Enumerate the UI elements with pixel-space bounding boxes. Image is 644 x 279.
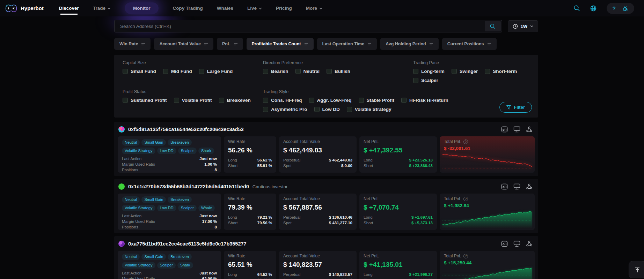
timeframe-select[interactable]: 1W (508, 20, 539, 32)
nav-item[interactable]: Trade (93, 6, 111, 11)
nav-item[interactable]: Pricing (276, 6, 292, 11)
trait-tag[interactable]: Scalper (157, 262, 176, 269)
bug-report-icon[interactable] (622, 5, 628, 12)
address-search[interactable] (114, 20, 502, 32)
checkbox[interactable] (123, 98, 128, 103)
share-network-icon[interactable] (526, 126, 533, 133)
share-network-icon[interactable] (526, 183, 533, 190)
filter-checkbox[interactable]: Neutral (295, 69, 320, 74)
trait-tag[interactable]: Scalper (178, 148, 197, 154)
filter-checkbox[interactable]: Stable Profit (359, 98, 395, 103)
monitor-screen-icon[interactable] (513, 241, 520, 247)
search-input[interactable] (119, 23, 485, 29)
filter-checkbox[interactable]: Asymmetric Pro (263, 107, 307, 112)
checkbox[interactable] (327, 69, 332, 74)
checkbox[interactable] (174, 98, 179, 103)
sort-tab[interactable]: Current Positions (442, 38, 497, 50)
filter-checkbox[interactable]: Short-term (485, 69, 517, 74)
stats-chart-icon[interactable] (501, 183, 508, 190)
checkbox[interactable] (263, 98, 268, 103)
nav-item[interactable]: Live (247, 6, 262, 11)
language-globe-icon[interactable] (590, 5, 597, 12)
help-icon[interactable]: ? (613, 6, 616, 11)
sort-tab[interactable]: Win Rate (114, 38, 151, 50)
checkbox[interactable] (263, 69, 268, 74)
brand[interactable]: Hyperbot (5, 4, 44, 13)
trait-tag[interactable]: Breakeven (168, 139, 192, 146)
nav-item[interactable]: Monitor (125, 2, 159, 14)
filter-checkbox[interactable]: Volatile Profit (174, 98, 212, 103)
trait-tag[interactable]: Volatile Strategy (122, 205, 155, 211)
trader-address[interactable]: 0x1c1c270b573d55b68b3d14722b5d5d401511be… (128, 184, 249, 189)
info-tooltip-icon[interactable]: ? (463, 197, 468, 201)
trait-tag[interactable]: Neutral (122, 254, 140, 260)
checkbox[interactable] (199, 69, 204, 74)
nav-item[interactable]: Copy Trading (173, 6, 203, 11)
checkbox[interactable] (309, 98, 314, 103)
checkbox[interactable] (263, 107, 268, 112)
nav-item[interactable]: Whales (217, 6, 233, 11)
trait-tag[interactable]: Small Gain (141, 139, 166, 146)
search-icon[interactable] (573, 5, 580, 12)
nav-item[interactable]: Discover (59, 6, 79, 11)
sort-tab[interactable]: PnL (217, 38, 243, 50)
sort-tab[interactable]: Avg Holding Period (380, 38, 439, 50)
trait-tag[interactable]: Small Gain (141, 196, 166, 203)
scroll-to-top-button[interactable] (629, 261, 644, 278)
filter-checkbox[interactable]: Breakeven (219, 98, 251, 103)
trait-tag[interactable]: Neutral (122, 139, 140, 146)
stats-chart-icon[interactable] (501, 241, 508, 247)
filter-checkbox[interactable]: Cons. Hi-Freq (263, 98, 302, 103)
search-submit-button[interactable] (485, 21, 501, 31)
filter-checkbox[interactable]: Scalper (413, 78, 438, 83)
share-network-icon[interactable] (526, 241, 533, 247)
checkbox[interactable] (295, 69, 301, 74)
trait-tag[interactable]: Breakeven (168, 254, 192, 260)
trait-tag[interactable]: Breakeven (168, 196, 192, 203)
monitor-screen-icon[interactable] (513, 183, 520, 190)
trait-tag[interactable]: Volatile Strategy (122, 262, 155, 269)
info-tooltip-icon[interactable]: ? (463, 140, 468, 144)
nav-item[interactable]: More (306, 6, 322, 11)
trait-tag[interactable]: Whale (198, 205, 215, 211)
trait-tag[interactable]: Scalper (178, 205, 197, 211)
checkbox[interactable] (485, 69, 490, 74)
trader-address[interactable]: 0xf5d81a135f756ca16544e53c20fc20643ec3ad… (128, 127, 244, 132)
filter-checkbox[interactable]: Large Fund (199, 69, 233, 74)
filter-checkbox[interactable]: Bearish (263, 69, 288, 74)
filter-checkbox[interactable]: Bullish (327, 69, 350, 74)
trait-tag[interactable]: Small Gain (141, 254, 166, 260)
checkbox[interactable] (452, 69, 457, 74)
monitor-screen-icon[interactable] (513, 126, 520, 133)
checkbox[interactable] (314, 107, 320, 112)
checkbox[interactable] (359, 98, 364, 103)
checkbox[interactable] (123, 69, 128, 74)
checkbox[interactable] (401, 98, 407, 103)
filter-checkbox[interactable]: Long-term (413, 69, 445, 74)
filter-checkbox[interactable]: Sustained Profit (123, 98, 167, 103)
trait-tag[interactable]: Shark (198, 148, 214, 154)
stats-chart-icon[interactable] (501, 126, 508, 133)
filter-checkbox[interactable]: Volatile Strategy (347, 107, 391, 112)
filter-checkbox[interactable]: Low DD (314, 107, 340, 112)
checkbox[interactable] (219, 98, 224, 103)
checkbox[interactable] (413, 69, 418, 74)
trader-address[interactable]: 0xa775d1bd91ee2cc4cae6113e5fd9c0c17b3552… (128, 241, 247, 247)
filter-checkbox[interactable]: Aggr. Low-Freq (309, 98, 352, 103)
sort-tab[interactable]: Account Total Value (154, 38, 213, 50)
checkbox[interactable] (163, 69, 168, 74)
trait-tag[interactable]: Volatile Strategy (122, 148, 155, 154)
filter-checkbox[interactable]: Mid Fund (163, 69, 192, 74)
trait-tag[interactable]: Neutral (122, 196, 140, 203)
info-tooltip-icon[interactable]: ? (463, 254, 468, 258)
trait-tag[interactable]: Low DD (157, 148, 176, 154)
filter-apply-button[interactable]: Filter (499, 102, 532, 113)
trait-tag[interactable]: Low DD (157, 205, 176, 211)
trait-tag[interactable]: Shark (177, 262, 193, 269)
sort-tab[interactable]: Last Operation Time (317, 38, 377, 50)
filter-checkbox[interactable]: Small Fund (123, 69, 156, 74)
filter-checkbox[interactable]: Swinger (452, 69, 478, 74)
checkbox[interactable] (413, 78, 418, 83)
sort-tab[interactable]: Profitable Trades Count (247, 38, 314, 50)
filter-checkbox[interactable]: Hi-Risk Hi-Return (401, 98, 448, 103)
